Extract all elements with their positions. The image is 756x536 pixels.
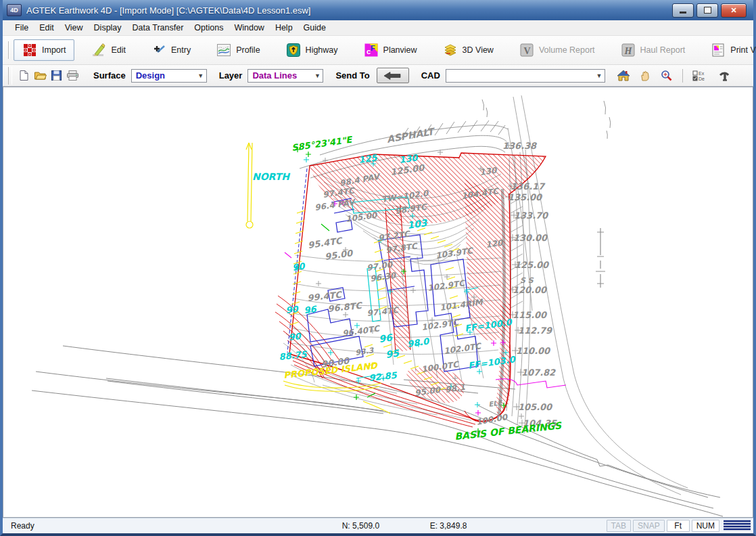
3d-view-button[interactable]: 3D View bbox=[434, 39, 502, 61]
volume-report-icon: V bbox=[519, 43, 534, 58]
plan-label: 95 bbox=[385, 347, 400, 360]
import-grid-icon bbox=[22, 43, 37, 58]
layer-select[interactable]: Data Lines ▼ bbox=[247, 69, 323, 83]
print-view-label: Print View bbox=[730, 45, 756, 55]
plan-label: 88.75 bbox=[279, 349, 308, 362]
menu-file[interactable]: File bbox=[9, 22, 34, 34]
haul-report-label: Haul Report bbox=[640, 45, 686, 55]
pan-hand-button[interactable] bbox=[638, 70, 652, 82]
plan-label: S85°23'41"E bbox=[291, 134, 354, 153]
send-to-button[interactable] bbox=[377, 68, 409, 83]
svg-text:V: V bbox=[523, 46, 530, 56]
exclude-include-button[interactable]: ExDe bbox=[692, 70, 709, 82]
units-indicator[interactable]: Ft bbox=[667, 520, 690, 532]
plan-label: 110.00 bbox=[516, 346, 551, 356]
plan-label: 98.0 bbox=[406, 336, 431, 349]
toolbar-grip[interactable] bbox=[8, 41, 9, 59]
survey-line bbox=[596, 228, 605, 288]
svg-text:Ex: Ex bbox=[699, 71, 705, 76]
3d-layers-icon bbox=[443, 43, 458, 58]
east-coordinate: E: 3,849.8 bbox=[430, 521, 518, 531]
svg-text:F: F bbox=[371, 44, 375, 52]
plan-label: 133.70 bbox=[514, 210, 549, 221]
chevron-down-icon: ▼ bbox=[195, 70, 206, 82]
planview-button[interactable]: c F Planview bbox=[355, 39, 426, 61]
print-button[interactable] bbox=[66, 70, 79, 81]
volume-report-label: Volume Report bbox=[539, 45, 595, 55]
plan-label: 112.79 bbox=[518, 326, 553, 336]
import-label: Import bbox=[42, 45, 66, 55]
surface-select[interactable]: Design ▼ bbox=[131, 69, 207, 83]
plan-label: 125.00 bbox=[515, 260, 550, 270]
plan-label: 135.00 bbox=[508, 192, 543, 202]
volume-report-button[interactable]: V Volume Report bbox=[511, 39, 604, 61]
plan-label: ASPHALT bbox=[386, 125, 437, 144]
plan-label: 100.00 bbox=[475, 412, 509, 427]
plan-label: 95.4TC bbox=[307, 236, 344, 250]
cad-select[interactable]: ▼ bbox=[446, 69, 605, 83]
highway-label: Highway bbox=[306, 45, 338, 55]
edit-label: Edit bbox=[111, 45, 126, 55]
menu-window[interactable]: Window bbox=[229, 22, 269, 34]
plan-label: 90 bbox=[285, 304, 300, 315]
menu-options[interactable]: Options bbox=[189, 22, 229, 34]
plan-label: 107.82 bbox=[521, 367, 556, 378]
snap-indicator[interactable]: SNAP bbox=[633, 520, 665, 532]
zoom-home-button[interactable] bbox=[617, 70, 630, 82]
layer-label: Layer bbox=[219, 70, 243, 81]
minimize-button[interactable] bbox=[672, 3, 694, 18]
restore-button[interactable] bbox=[696, 3, 718, 18]
profile-button[interactable]: Profile bbox=[208, 39, 268, 61]
import-button[interactable]: Import bbox=[14, 39, 74, 61]
open-file-button[interactable] bbox=[34, 70, 47, 81]
menu-help[interactable]: Help bbox=[270, 22, 298, 34]
menu-display[interactable]: Display bbox=[89, 22, 127, 34]
plan-label: 115.00 bbox=[513, 310, 548, 320]
num-lock-indicator[interactable]: NUM bbox=[692, 520, 719, 532]
edit-button[interactable]: Edit bbox=[82, 39, 135, 61]
highway-button[interactable]: Highway bbox=[277, 39, 347, 61]
zoom-tool-button[interactable] bbox=[660, 70, 674, 82]
menu-view[interactable]: View bbox=[60, 22, 89, 34]
svg-text:De: De bbox=[699, 76, 705, 81]
toolbar-separator bbox=[682, 69, 683, 83]
pencil-icon bbox=[91, 43, 106, 58]
surface-label: Surface bbox=[93, 70, 126, 81]
menu-edit[interactable]: Edit bbox=[34, 22, 60, 34]
title-bar[interactable]: 4D AGTEK Earthwork 4D - [Import Mode] [C… bbox=[3, 0, 753, 20]
cad-label: CAD bbox=[421, 70, 440, 81]
planview-cf-icon: c F bbox=[364, 43, 379, 58]
app-window: 4D AGTEK Earthwork 4D - [Import Mode] [C… bbox=[0, 0, 756, 536]
data-tool-button[interactable] bbox=[717, 70, 731, 82]
toolbar-grip-2[interactable] bbox=[8, 67, 12, 85]
planview-label: Planview bbox=[383, 45, 417, 55]
plan-label: 103 bbox=[406, 217, 428, 231]
new-file-button[interactable] bbox=[18, 70, 30, 81]
plan-label: 90 bbox=[291, 261, 306, 273]
main-toolbar: Import Edit Entry Pr bbox=[3, 36, 753, 65]
minimize-icon bbox=[680, 12, 686, 14]
plan-label: 96.40TC bbox=[341, 323, 381, 338]
plan-label: 96 bbox=[378, 332, 394, 344]
status-message: Ready bbox=[5, 521, 34, 531]
save-button[interactable] bbox=[51, 70, 62, 81]
plan-label: 136.17 bbox=[511, 181, 546, 192]
entry-cursor-icon bbox=[151, 43, 166, 58]
highway-shield-icon bbox=[286, 43, 301, 58]
plan-label: 120.00 bbox=[513, 285, 548, 295]
restore-icon bbox=[704, 7, 711, 14]
plan-label: 93.3 bbox=[355, 346, 375, 357]
profile-label: Profile bbox=[236, 45, 260, 55]
entry-button[interactable]: Entry bbox=[143, 39, 199, 61]
offsite-contours bbox=[506, 95, 688, 495]
menu-guide[interactable]: Guide bbox=[298, 22, 331, 34]
menu-data-transfer[interactable]: Data Transfer bbox=[127, 22, 189, 34]
close-button[interactable]: ✕ bbox=[721, 3, 747, 18]
tab-indicator[interactable]: TAB bbox=[607, 520, 631, 532]
haul-report-button[interactable]: H Haul Report bbox=[612, 39, 694, 61]
send-to-label: Send To bbox=[335, 70, 369, 81]
entry-label: Entry bbox=[171, 45, 191, 55]
print-view-button[interactable]: Print View bbox=[702, 39, 756, 61]
plan-label: 105.00 bbox=[518, 402, 553, 412]
plan-canvas[interactable]: ASPHALT125.0013098.4 PAV97.4TC96.4 PAVTW… bbox=[3, 87, 753, 518]
